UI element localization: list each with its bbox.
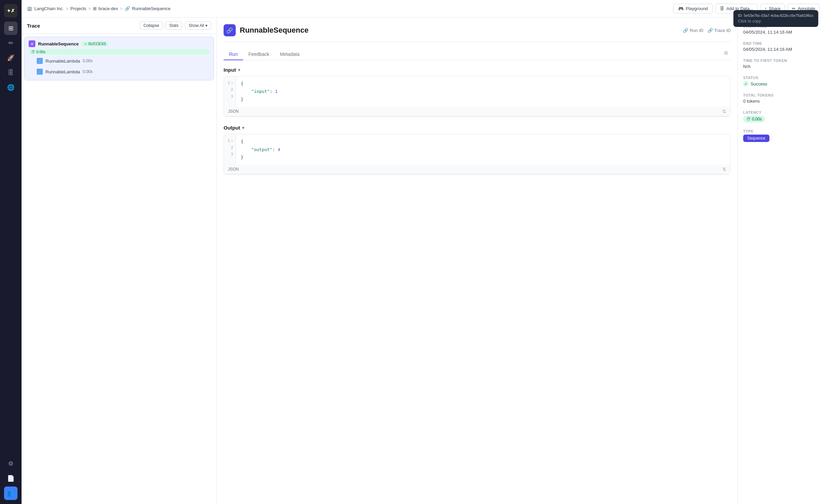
tooltip-id-prefix: ID: — [738, 13, 744, 17]
input-line-1: { — [241, 80, 726, 87]
output-code-block: 1 ▾ 2 3 { "output": 4 } — [224, 134, 731, 175]
ln-1: 1 ▾ — [227, 80, 233, 86]
input-code-body: 1 ▾ 2 3 { "input": 1 } — [224, 76, 730, 107]
tab-metadata[interactable]: Metadata — [274, 49, 305, 60]
status-dot: ✓ — [743, 81, 749, 86]
tokens-value: 0 tokens — [743, 99, 820, 104]
tab-run[interactable]: Run — [224, 49, 243, 60]
expand-output-icon[interactable]: ⇅ — [722, 167, 726, 172]
status-label: STATUS — [743, 76, 820, 80]
breadcrumb-projects[interactable]: Projects — [70, 6, 86, 11]
breadcrumb-sep1: > — [66, 6, 68, 11]
detail-title: RunnableSequence — [240, 26, 308, 35]
sidebar-item-docs[interactable]: 📄 — [4, 472, 18, 485]
trace-title: Trace — [27, 23, 137, 29]
output-chevron: ▾ — [242, 125, 244, 130]
left-sidebar: ✦✗ ⊞ ✏ 🚀 🗄 🌐 ⚙ 📄 👥 — [0, 0, 22, 504]
run-id-link[interactable]: 🔗 Run ID — [683, 28, 703, 33]
end-time-label: END TIME — [743, 41, 820, 45]
output-line-1: { — [241, 138, 726, 145]
input-line-numbers: 1 ▾ 2 3 — [224, 76, 236, 107]
db-icon: 🗄 — [720, 6, 724, 11]
tooltip-id: ID: 5e53e7bc-03a7-4cba-822b-c5e75a9196cc — [738, 13, 814, 17]
type-label: TYPE — [743, 129, 820, 133]
ln-2: 2 — [227, 86, 233, 93]
tooltip-copy: Click to copy — [738, 19, 814, 24]
input-header[interactable]: Input ▾ — [224, 67, 731, 73]
sidebar-item-edit[interactable]: ✏ — [4, 36, 18, 50]
type-value: Sequence — [747, 136, 765, 141]
show-all-button[interactable]: Show All ▾ — [185, 22, 211, 30]
sidebar-item-rocket[interactable]: 🚀 — [4, 51, 18, 65]
sidebar-item-database[interactable]: 🗄 — [4, 66, 18, 79]
show-all-label: Show All — [189, 23, 204, 28]
sidebar-item-grid[interactable]: ⊞ — [4, 22, 18, 35]
stats-button[interactable]: Stats — [166, 22, 182, 30]
input-line-2: "input": 1 — [241, 87, 726, 95]
input-label: Input — [224, 67, 236, 73]
breadcrumb-sep2: > — [88, 6, 91, 11]
tooltip-id-value: 5e53e7bc-03a7-4cba-822b-c5e75a9196cc — [744, 13, 814, 17]
breadcrumb-org[interactable]: LangChain Inc. — [34, 6, 64, 11]
type-section: TYPE Sequence — [743, 129, 820, 142]
tabs: Run Feedback Metadata ⊞ — [224, 49, 731, 60]
status-badge: SUCCESS — [81, 41, 109, 46]
output-code-footer: JSON ⇅ — [224, 165, 730, 174]
trace-header: Trace Collapse Stats Show All ▾ — [22, 17, 217, 34]
trace-child-1[interactable]: 🔗 RunnableLambda 0.00s — [29, 56, 209, 66]
run-id-label: Run ID — [690, 28, 703, 33]
link-icon-run: 🔗 — [683, 28, 688, 33]
latency-badge: ⏱ 0.00s — [743, 116, 765, 122]
status-text: Success — [751, 81, 767, 86]
breadcrumb-project[interactable]: brace-dev — [99, 6, 118, 11]
tab-feedback[interactable]: Feedback — [243, 49, 274, 60]
breadcrumb-sep3: > — [120, 6, 123, 11]
trace-panel: Trace Collapse Stats Show All ▾ ⊕ Runnab… — [22, 17, 217, 504]
users-icon: 👥 — [7, 490, 14, 497]
output-code-body: 1 ▾ 2 3 { "output": 4 } — [224, 134, 730, 165]
input-section: Input ▾ 1 ▾ 2 3 { — [224, 67, 731, 117]
latency-value: 0.00s — [752, 117, 762, 121]
end-time-section: END TIME 04/05/2024, 11:14:16 AM — [743, 41, 820, 52]
lambda-icon-1: 🔗 — [37, 58, 43, 64]
oln-1: 1 ▾ — [227, 138, 233, 144]
trace-item-root[interactable]: ⊕ RunnableSequence SUCCESS ⏱ 0.00s 🔗 Run… — [24, 37, 214, 80]
output-header[interactable]: Output ▾ — [224, 125, 731, 131]
output-line-3: } — [241, 153, 726, 161]
top-nav: 🏢 LangChain Inc. > Projects > ⊞ brace-de… — [22, 0, 825, 17]
playground-label: Playground — [686, 6, 708, 11]
trace-id-label: Trace ID — [714, 28, 731, 33]
trace-child-2[interactable]: 🔗 RunnableLambda 0.00s — [29, 67, 209, 77]
breadcrumb-page[interactable]: RunnableSequence — [132, 6, 170, 11]
tooltip[interactable]: ID: 5e53e7bc-03a7-4cba-822b-c5e75a9196cc… — [733, 10, 818, 27]
sidebar-item-users[interactable]: 👥 — [4, 487, 18, 500]
playground-button[interactable]: 🎮 Playground — [673, 4, 713, 13]
globe-icon: 🌐 — [7, 84, 14, 91]
output-code-content: { "output": 4 } — [236, 134, 730, 165]
output-json-label: JSON — [228, 167, 239, 172]
input-code-block: 1 ▾ 2 3 { "input": 1 } — [224, 76, 731, 117]
grid-icon: ⊞ — [8, 25, 13, 32]
first-token-section: TIME TO FIRST TOKEN N/A — [743, 59, 820, 69]
trace-id-link[interactable]: 🔗 Trace ID — [707, 28, 731, 33]
output-label: Output — [224, 125, 240, 131]
detail-actions: 🔗 Run ID 🔗 Trace ID — [683, 28, 731, 33]
expand-code-icon[interactable]: ⇅ — [722, 109, 726, 114]
start-time-value: 04/05/2024, 11:14:16 AM — [743, 30, 820, 35]
status-value: ✓ Success — [743, 81, 820, 86]
breadcrumb-org-icon: 🏢 — [27, 6, 32, 11]
tokens-section: TOTAL TOKENS 0 tokens — [743, 93, 820, 104]
trace-root-name: RunnableSequence — [38, 41, 79, 46]
link-icon-trace: 🔗 — [707, 28, 713, 33]
tokens-label: TOTAL TOKENS — [743, 93, 820, 97]
sidebar-item-settings[interactable]: ⚙ — [4, 457, 18, 470]
input-line-3: } — [241, 96, 726, 103]
app-logo[interactable]: ✦✗ — [4, 4, 18, 17]
collapse-button[interactable]: Collapse — [140, 22, 163, 30]
trace-root-header: ⊕ RunnableSequence SUCCESS — [29, 40, 209, 47]
expand-button[interactable]: ⊞ — [721, 49, 731, 60]
output-line-2: "output": 4 — [241, 146, 726, 153]
detail-icon: 🔗 — [224, 24, 236, 36]
clock-icon: ⏱ — [31, 50, 35, 54]
sidebar-item-globe[interactable]: 🌐 — [4, 81, 18, 94]
